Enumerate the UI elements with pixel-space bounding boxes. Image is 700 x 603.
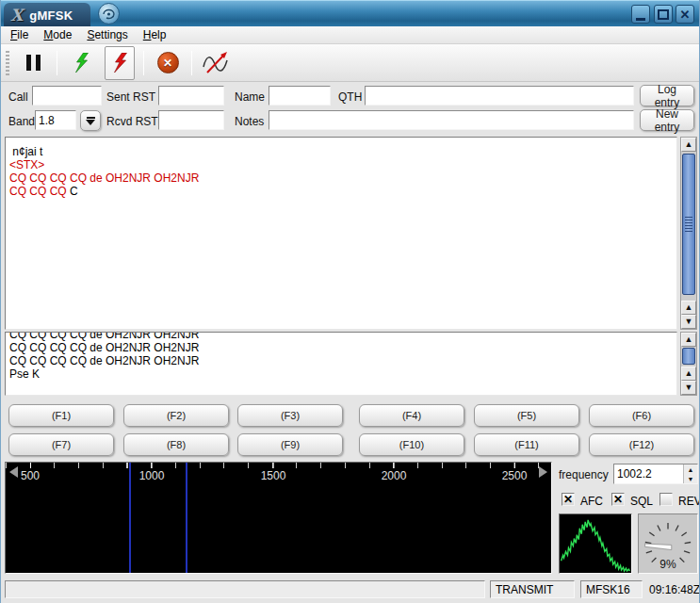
toolbar-separator [191, 51, 192, 75]
waterfall-scale-label: 500 [21, 469, 40, 482]
tune-sine-icon [203, 52, 229, 74]
menu-mode[interactable]: Mode [43, 28, 72, 41]
macro-f4-button[interactable]: (F4) [359, 404, 464, 427]
frequency-label: frequency [559, 468, 609, 481]
rx-scrollbar[interactable]: ▲ ▲ ▼ [680, 137, 697, 330]
spin-up-icon[interactable]: ▲ [684, 464, 697, 474]
menu-help[interactable]: Help [143, 28, 167, 41]
frequency-input[interactable] [614, 464, 683, 483]
close-button[interactable]: ✕ [676, 5, 694, 24]
mode-name: MFSK16 [586, 583, 630, 596]
macro-f10-button[interactable]: (F10) [359, 433, 464, 456]
name-label: Name [235, 90, 265, 104]
macro-f8-button[interactable]: (F8) [123, 433, 229, 456]
app-logo-icon [98, 3, 120, 24]
scroll-up-icon[interactable]: ▲ [681, 333, 696, 347]
rev-checkbox[interactable]: ✕ [659, 493, 673, 506]
notes-label: Notes [235, 115, 264, 128]
macro-f5-button[interactable]: (F5) [474, 404, 579, 427]
meter-value: 9% [639, 558, 697, 571]
titlebar[interactable]: X gMFSK ✕ [1, 0, 699, 26]
pause-button[interactable] [18, 48, 48, 78]
rx-line: n¢jai t [9, 145, 673, 158]
tx-line: Pse K [9, 367, 673, 381]
toolbar-grip[interactable] [6, 51, 9, 75]
tx-lightning-red-icon [112, 53, 128, 73]
macro-f2-button[interactable]: (F2) [123, 404, 229, 427]
menubar: File Mode Settings Help [1, 26, 699, 44]
sql-checkbox[interactable]: ✕ [611, 493, 625, 506]
spin-down-icon[interactable]: ▼ [684, 474, 697, 483]
rx-text-area[interactable]: n¢jai t <STX> CQ CQ CQ CQ de OH2NJR OH2N… [5, 137, 677, 330]
titlebar-tab[interactable]: X gMFSK [4, 3, 90, 27]
tx-line: CQ CQ CQ CQ de OH2NJR OH2NJR [9, 354, 673, 367]
afc-checkbox[interactable]: ✕ [562, 493, 575, 506]
macro-f6-button[interactable]: (F6) [589, 404, 694, 427]
sql-label: SQL [630, 495, 653, 508]
menu-file[interactable]: File [10, 28, 28, 41]
pause-icon [26, 55, 41, 71]
afc-label: AFC [580, 495, 603, 508]
status-message-box [5, 580, 485, 598]
macro-f1-button[interactable]: (F1) [8, 404, 114, 427]
minimize-icon [636, 18, 645, 21]
rx-scrollbar-thumb[interactable] [682, 154, 695, 295]
scroll-down-icon[interactable]: ▼ [681, 315, 696, 329]
waterfall-display[interactable]: 500 1000 1500 2000 2500 [5, 462, 552, 574]
tx-scrollbar-thumb[interactable] [682, 348, 695, 365]
transmit-button[interactable] [105, 46, 135, 80]
name-input[interactable] [269, 86, 331, 106]
qth-input[interactable] [365, 86, 634, 106]
tx-line: CQ CQ CQ CQ de OH2NJR OH2NJR [9, 332, 673, 341]
abort-button[interactable]: ✕ [153, 48, 183, 78]
scroll-down-icon[interactable]: ▼ [681, 381, 696, 395]
call-input[interactable] [32, 86, 102, 106]
macro-f9-button[interactable]: (F9) [237, 433, 343, 456]
waterfall-scroll-left-icon[interactable] [9, 466, 18, 478]
band-input[interactable] [35, 110, 76, 130]
rcvd-rst-input[interactable] [158, 110, 224, 130]
sent-rst-label: Sent RST [106, 90, 155, 104]
gmfsk-window: X gMFSK ✕ File Mode Settings Help [0, 0, 700, 603]
trx-state: TRANSMIT [496, 583, 553, 596]
log-entry-button[interactable]: Log entry [640, 85, 694, 106]
new-entry-button[interactable]: New entry [640, 109, 694, 131]
chevron-down-icon [86, 120, 95, 125]
rx-line: CQ CQ CQ CQ de OH2NJR OH2NJR [9, 171, 673, 185]
band-label: Band [8, 115, 35, 128]
rcvd-rst-label: Rcvd RST [106, 115, 158, 128]
macro-f7-button[interactable]: (F7) [8, 433, 114, 456]
notes-input[interactable] [269, 110, 634, 130]
rx-lightning-green-icon [73, 53, 90, 73]
scope-trace [560, 514, 631, 573]
waterfall-scroll-right-icon[interactable] [539, 466, 547, 478]
macro-f11-button[interactable]: (F11) [474, 433, 579, 456]
menu-settings[interactable]: Settings [87, 28, 127, 41]
waterfall-scale-label: 1500 [261, 469, 286, 482]
scroll-up-icon[interactable]: ▲ [681, 138, 696, 152]
waterfall-scale-label: 2500 [502, 469, 528, 482]
qth-label: QTH [338, 90, 362, 104]
rev-label: REV [678, 495, 700, 508]
tx-scrollbar[interactable]: ▲ ▲ ▼ [680, 332, 697, 396]
tune-button[interactable] [201, 48, 231, 78]
band-dropdown-button[interactable] [80, 110, 101, 131]
app-logo-swirl [101, 6, 117, 22]
sent-rst-input[interactable] [158, 86, 224, 106]
macro-f3-button[interactable]: (F3) [237, 404, 343, 427]
signal-scope [559, 513, 632, 574]
tx-text-area[interactable]: CQ CQ CQ CQ de OH2NJR OH2NJR CQ CQ CQ CQ… [5, 332, 677, 396]
scroll-up-icon[interactable]: ▲ [681, 367, 696, 381]
waterfall-scale-label: 2000 [382, 469, 407, 482]
toolbar-separator [143, 51, 144, 75]
dropdown-bar-icon [87, 117, 95, 119]
macro-f12-button[interactable]: (F12) [589, 433, 694, 456]
receive-button[interactable] [66, 48, 96, 78]
scroll-up-icon[interactable]: ▲ [681, 301, 696, 315]
waterfall-marker-line [129, 463, 131, 573]
maximize-button[interactable] [654, 5, 673, 24]
minimize-button[interactable] [631, 5, 650, 24]
x11-logo-icon: X [10, 8, 23, 24]
toolbar-separator [57, 51, 57, 75]
waterfall-tick-scale [6, 463, 551, 468]
